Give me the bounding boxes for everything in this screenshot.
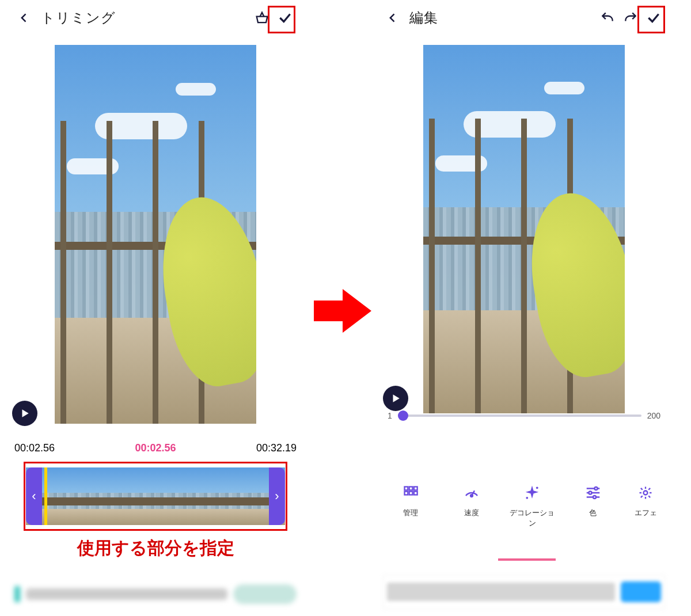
svg-point-10 bbox=[470, 495, 473, 497]
header: トリミング bbox=[9, 0, 302, 36]
svg-rect-8 bbox=[414, 492, 417, 495]
confirm-check-icon[interactable] bbox=[642, 6, 665, 29]
svg-line-27 bbox=[641, 496, 643, 497]
ad-banner[interactable] bbox=[14, 579, 297, 609]
tab-indicator bbox=[498, 558, 556, 561]
tool-label: 速度 bbox=[446, 508, 497, 518]
sparkle-icon bbox=[507, 481, 557, 504]
slider-max: 200 bbox=[647, 411, 660, 420]
annotation-caption: 使用する部分を指定 bbox=[9, 537, 302, 560]
trim-handle-left[interactable]: ‹ bbox=[26, 467, 42, 525]
frame-slider[interactable] bbox=[398, 415, 641, 417]
slider-min: 1 bbox=[388, 411, 392, 420]
svg-marker-1 bbox=[314, 289, 371, 333]
arrow-icon bbox=[314, 288, 371, 334]
back-icon[interactable] bbox=[14, 8, 34, 28]
tool-label: エフェ bbox=[628, 508, 663, 518]
video-preview bbox=[423, 45, 625, 413]
tool-label: 色 bbox=[568, 508, 618, 518]
trim-handle-right[interactable]: › bbox=[269, 467, 285, 525]
tool-speed[interactable]: 速度 bbox=[446, 481, 497, 528]
tool-manage[interactable]: 管理 bbox=[385, 481, 436, 528]
trim-strip[interactable]: ‹ › bbox=[24, 462, 287, 531]
svg-line-28 bbox=[648, 488, 650, 490]
trim-playhead[interactable] bbox=[44, 467, 47, 525]
time-end: 00:32.19 bbox=[256, 442, 297, 454]
svg-rect-6 bbox=[405, 492, 408, 495]
play-button[interactable] bbox=[12, 401, 37, 426]
tool-color[interactable]: 色 bbox=[568, 481, 618, 528]
basket-icon[interactable] bbox=[250, 6, 274, 29]
confirm-check-icon[interactable] bbox=[274, 6, 297, 29]
frame-slider-row: 1 200 bbox=[388, 411, 660, 420]
video-preview bbox=[55, 45, 256, 424]
back-icon[interactable] bbox=[383, 8, 403, 28]
svg-marker-0 bbox=[22, 409, 29, 417]
gauge-icon bbox=[446, 481, 497, 504]
svg-rect-3 bbox=[405, 487, 408, 490]
grid-icon bbox=[385, 481, 436, 504]
svg-point-12 bbox=[536, 486, 538, 489]
page-title: トリミング bbox=[41, 9, 116, 27]
tool-label: デコレーション bbox=[507, 508, 557, 528]
screen-edit: 編集 1 200 bbox=[377, 0, 671, 616]
header: 編集 bbox=[377, 0, 671, 36]
time-start: 00:02.56 bbox=[14, 442, 55, 454]
svg-line-26 bbox=[648, 496, 650, 497]
redo-icon[interactable] bbox=[619, 6, 642, 29]
svg-line-25 bbox=[641, 488, 643, 490]
svg-point-13 bbox=[526, 497, 528, 499]
undo-icon[interactable] bbox=[596, 6, 619, 29]
effect-icon bbox=[628, 481, 663, 504]
svg-point-20 bbox=[644, 491, 648, 495]
slider-handle[interactable] bbox=[398, 410, 408, 421]
time-row: 00:02.56 00:02.56 00:32.19 bbox=[14, 442, 297, 454]
tool-effect[interactable]: エフェ bbox=[628, 481, 663, 528]
svg-rect-7 bbox=[409, 492, 413, 495]
svg-point-17 bbox=[589, 492, 591, 495]
svg-point-15 bbox=[594, 487, 597, 490]
ad-banner[interactable] bbox=[383, 575, 665, 609]
svg-marker-2 bbox=[393, 394, 400, 402]
sliders-icon bbox=[568, 481, 618, 504]
play-button[interactable] bbox=[383, 386, 408, 411]
screen-trimming: トリミング 00:02.56 00:02.56 00:32.19 bbox=[9, 0, 302, 616]
time-current: 00:02.56 bbox=[135, 442, 176, 454]
page-title: 編集 bbox=[409, 9, 438, 27]
svg-point-19 bbox=[593, 496, 596, 499]
tool-decoration[interactable]: デコレーション bbox=[507, 481, 557, 528]
svg-rect-4 bbox=[409, 487, 413, 490]
svg-rect-5 bbox=[414, 487, 417, 490]
tool-row: 管理 速度 デコレーション 色 エフェ bbox=[377, 481, 671, 528]
tool-label: 管理 bbox=[385, 508, 436, 518]
